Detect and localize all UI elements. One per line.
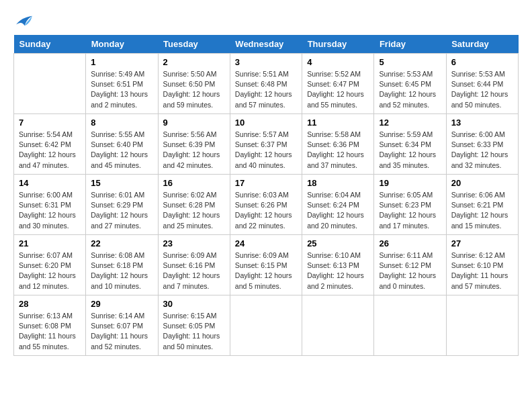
calendar-cell: 29Sunrise: 6:14 AMSunset: 6:07 PMDayligh…	[86, 295, 158, 356]
calendar-body: 1Sunrise: 5:49 AMSunset: 6:51 PMDaylight…	[14, 54, 519, 356]
weekday-header-monday: Monday	[86, 35, 158, 54]
calendar-cell: 24Sunrise: 6:09 AMSunset: 6:15 PMDayligh…	[230, 235, 302, 295]
day-number: 17	[235, 178, 297, 188]
calendar-cell: 19Sunrise: 6:05 AMSunset: 6:23 PMDayligh…	[374, 175, 446, 235]
day-info: Sunrise: 5:56 AMSunset: 6:39 PMDaylight:…	[163, 130, 225, 171]
day-number: 21	[19, 238, 81, 248]
day-info: Sunrise: 6:03 AMSunset: 6:26 PMDaylight:…	[235, 190, 297, 231]
weekday-header-saturday: Saturday	[446, 35, 518, 54]
day-number: 30	[163, 299, 225, 309]
week-row-2: 7Sunrise: 5:54 AMSunset: 6:42 PMDaylight…	[14, 114, 519, 175]
weekday-header-sunday: Sunday	[14, 35, 86, 54]
calendar-table: SundayMondayTuesdayWednesdayThursdayFrid…	[13, 35, 519, 356]
day-number: 9	[163, 118, 225, 128]
day-info: Sunrise: 6:08 AMSunset: 6:18 PMDaylight:…	[91, 250, 152, 291]
day-info: Sunrise: 6:09 AMSunset: 6:16 PMDaylight:…	[163, 250, 225, 291]
weekday-header-tuesday: Tuesday	[158, 35, 230, 54]
day-info: Sunrise: 6:00 AMSunset: 6:31 PMDaylight:…	[19, 190, 81, 231]
calendar-cell: 28Sunrise: 6:13 AMSunset: 6:08 PMDayligh…	[14, 295, 86, 356]
weekday-header-wednesday: Wednesday	[230, 35, 302, 54]
day-number: 19	[379, 178, 441, 188]
day-number: 27	[451, 238, 513, 248]
day-number: 20	[451, 178, 513, 188]
day-info: Sunrise: 6:06 AMSunset: 6:21 PMDaylight:…	[451, 190, 513, 231]
day-info: Sunrise: 6:07 AMSunset: 6:20 PMDaylight:…	[19, 250, 81, 291]
calendar-header: SundayMondayTuesdayWednesdayThursdayFrid…	[14, 35, 519, 54]
calendar-cell: 8Sunrise: 5:55 AMSunset: 6:40 PMDaylight…	[86, 114, 158, 175]
day-number: 7	[19, 118, 81, 128]
calendar-cell: 30Sunrise: 6:15 AMSunset: 6:05 PMDayligh…	[158, 295, 230, 356]
calendar-cell: 20Sunrise: 6:06 AMSunset: 6:21 PMDayligh…	[446, 175, 518, 235]
day-info: Sunrise: 5:50 AMSunset: 6:50 PMDaylight:…	[163, 69, 225, 110]
week-row-5: 28Sunrise: 6:13 AMSunset: 6:08 PMDayligh…	[14, 295, 519, 356]
day-number: 16	[163, 178, 225, 188]
day-info: Sunrise: 5:58 AMSunset: 6:36 PMDaylight:…	[307, 130, 369, 171]
day-info: Sunrise: 5:53 AMSunset: 6:45 PMDaylight:…	[379, 69, 441, 110]
calendar-cell: 26Sunrise: 6:11 AMSunset: 6:12 PMDayligh…	[374, 235, 446, 295]
day-info: Sunrise: 6:15 AMSunset: 6:05 PMDaylight:…	[163, 311, 225, 352]
week-row-4: 21Sunrise: 6:07 AMSunset: 6:20 PMDayligh…	[14, 235, 519, 295]
calendar-cell: 27Sunrise: 6:12 AMSunset: 6:10 PMDayligh…	[446, 235, 518, 295]
calendar-cell: 1Sunrise: 5:49 AMSunset: 6:51 PMDaylight…	[86, 54, 158, 114]
calendar-cell: 23Sunrise: 6:09 AMSunset: 6:16 PMDayligh…	[158, 235, 230, 295]
calendar-cell: 25Sunrise: 6:10 AMSunset: 6:13 PMDayligh…	[302, 235, 374, 295]
calendar-cell	[302, 295, 374, 356]
day-number: 2	[163, 57, 225, 67]
calendar-cell: 16Sunrise: 6:02 AMSunset: 6:28 PMDayligh…	[158, 175, 230, 235]
day-info: Sunrise: 5:53 AMSunset: 6:44 PMDaylight:…	[451, 69, 513, 110]
day-info: Sunrise: 5:49 AMSunset: 6:51 PMDaylight:…	[91, 69, 152, 110]
calendar-cell: 17Sunrise: 6:03 AMSunset: 6:26 PMDayligh…	[230, 175, 302, 235]
calendar-cell: 18Sunrise: 6:04 AMSunset: 6:24 PMDayligh…	[302, 175, 374, 235]
calendar-cell: 12Sunrise: 5:59 AMSunset: 6:34 PMDayligh…	[374, 114, 446, 175]
calendar-cell: 13Sunrise: 6:00 AMSunset: 6:33 PMDayligh…	[446, 114, 518, 175]
day-number: 18	[307, 178, 369, 188]
calendar-cell: 10Sunrise: 5:57 AMSunset: 6:37 PMDayligh…	[230, 114, 302, 175]
calendar-cell: 11Sunrise: 5:58 AMSunset: 6:36 PMDayligh…	[302, 114, 374, 175]
day-number: 1	[91, 57, 152, 67]
calendar-cell: 5Sunrise: 5:53 AMSunset: 6:45 PMDaylight…	[374, 54, 446, 114]
day-number: 28	[19, 299, 81, 309]
calendar-cell: 4Sunrise: 5:52 AMSunset: 6:47 PMDaylight…	[302, 54, 374, 114]
day-info: Sunrise: 5:57 AMSunset: 6:37 PMDaylight:…	[235, 130, 297, 171]
day-number: 24	[235, 238, 297, 248]
logo-bird-icon	[15, 13, 34, 28]
day-info: Sunrise: 6:12 AMSunset: 6:10 PMDaylight:…	[451, 250, 513, 291]
day-info: Sunrise: 6:01 AMSunset: 6:29 PMDaylight:…	[91, 190, 152, 231]
calendar-cell: 7Sunrise: 5:54 AMSunset: 6:42 PMDaylight…	[14, 114, 86, 175]
day-info: Sunrise: 6:13 AMSunset: 6:08 PMDaylight:…	[19, 311, 81, 352]
day-number: 8	[91, 118, 152, 128]
calendar-cell: 15Sunrise: 6:01 AMSunset: 6:29 PMDayligh…	[86, 175, 158, 235]
day-number: 14	[19, 178, 81, 188]
day-number: 15	[91, 178, 152, 188]
week-row-3: 14Sunrise: 6:00 AMSunset: 6:31 PMDayligh…	[14, 175, 519, 235]
calendar-cell: 14Sunrise: 6:00 AMSunset: 6:31 PMDayligh…	[14, 175, 86, 235]
day-number: 4	[307, 57, 369, 67]
calendar-cell	[374, 295, 446, 356]
calendar-cell	[230, 295, 302, 356]
calendar-cell: 2Sunrise: 5:50 AMSunset: 6:50 PMDaylight…	[158, 54, 230, 114]
calendar-cell: 6Sunrise: 5:53 AMSunset: 6:44 PMDaylight…	[446, 54, 518, 114]
weekday-header-row: SundayMondayTuesdayWednesdayThursdayFrid…	[14, 35, 519, 54]
day-info: Sunrise: 6:02 AMSunset: 6:28 PMDaylight:…	[163, 190, 225, 231]
day-number: 11	[307, 118, 369, 128]
day-number: 10	[235, 118, 297, 128]
day-info: Sunrise: 6:10 AMSunset: 6:13 PMDaylight:…	[307, 250, 369, 291]
calendar-cell: 21Sunrise: 6:07 AMSunset: 6:20 PMDayligh…	[14, 235, 86, 295]
calendar-cell: 9Sunrise: 5:56 AMSunset: 6:39 PMDaylight…	[158, 114, 230, 175]
day-number: 5	[379, 57, 441, 67]
day-number: 25	[307, 238, 369, 248]
day-info: Sunrise: 5:59 AMSunset: 6:34 PMDaylight:…	[379, 130, 441, 171]
day-info: Sunrise: 5:55 AMSunset: 6:40 PMDaylight:…	[91, 130, 152, 171]
calendar-cell: 22Sunrise: 6:08 AMSunset: 6:18 PMDayligh…	[86, 235, 158, 295]
day-info: Sunrise: 6:09 AMSunset: 6:15 PMDaylight:…	[235, 250, 297, 291]
day-number: 22	[91, 238, 152, 248]
page-header	[13, 13, 519, 28]
day-info: Sunrise: 6:05 AMSunset: 6:23 PMDaylight:…	[379, 190, 441, 231]
day-info: Sunrise: 6:00 AMSunset: 6:33 PMDaylight:…	[451, 130, 513, 171]
day-number: 13	[451, 118, 513, 128]
calendar-cell	[446, 295, 518, 356]
day-info: Sunrise: 6:11 AMSunset: 6:12 PMDaylight:…	[379, 250, 441, 291]
day-info: Sunrise: 5:54 AMSunset: 6:42 PMDaylight:…	[19, 130, 81, 171]
day-info: Sunrise: 6:04 AMSunset: 6:24 PMDaylight:…	[307, 190, 369, 231]
day-number: 6	[451, 57, 513, 67]
